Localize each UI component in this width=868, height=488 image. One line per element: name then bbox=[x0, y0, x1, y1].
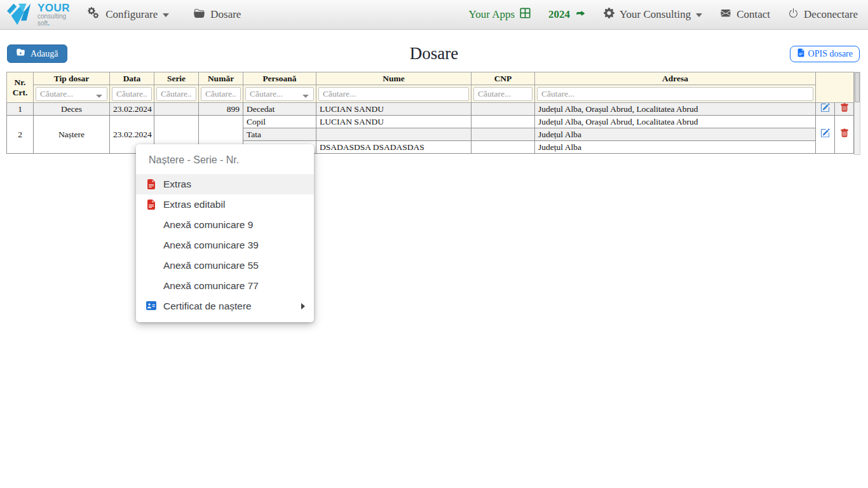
nav-item-year[interactable]: 2024 bbox=[548, 8, 586, 22]
menu-item-label: Certificat de naștere bbox=[163, 301, 252, 312]
cell-adresa: Județul Alba, Orașul Abrud, Localitatea … bbox=[535, 116, 816, 128]
search-numar-input[interactable] bbox=[201, 87, 241, 101]
cell-cnp bbox=[471, 128, 535, 141]
menu-item-extras-editabil[interactable]: Extras editabil bbox=[136, 194, 314, 215]
menu-item-label: Extras bbox=[163, 179, 191, 190]
chevron-down-icon bbox=[696, 13, 702, 17]
cell-data: 23.02.2024 bbox=[110, 103, 154, 116]
cell-cnp bbox=[471, 141, 535, 154]
col-header-cnp: CNP bbox=[471, 72, 535, 85]
cell-tip-dosar: Deces bbox=[34, 103, 110, 116]
col-header-persoana: Persoană bbox=[243, 72, 316, 85]
trash-icon bbox=[840, 105, 849, 114]
menu-item-certificat-de-nastere[interactable]: Certificat de naștere bbox=[136, 296, 314, 316]
col-header-tip-dosar: Tip dosar bbox=[34, 72, 110, 85]
cell-nume: DSADASDSA DSADASDAS bbox=[316, 141, 471, 154]
add-button-label: Adaugă bbox=[31, 49, 58, 59]
context-menu-title: Naștere - Serie - Nr. bbox=[136, 144, 314, 174]
col-header-adresa: Adresa bbox=[535, 72, 816, 85]
power-icon bbox=[788, 8, 799, 22]
nav-item-configurare-label: Configurare bbox=[105, 8, 158, 21]
brand-line3: soft bbox=[37, 20, 48, 27]
edit-row-button[interactable] bbox=[816, 116, 835, 154]
pdf-file-icon bbox=[146, 200, 156, 210]
opis-dosare-button[interactable]: OPIS dosare bbox=[790, 46, 860, 62]
col-header-numar: Număr bbox=[199, 72, 243, 85]
search-tip-dosar-combo[interactable] bbox=[36, 87, 107, 101]
menu-item-label: Anexă comunicare 55 bbox=[163, 260, 259, 271]
col-header-nume: Nume bbox=[316, 72, 471, 85]
menu-item-anexa-comunicare-9[interactable]: Anexă comunicare 9 bbox=[136, 215, 314, 235]
file-text-icon bbox=[797, 48, 805, 60]
nav-item-your-apps[interactable]: Your Apps bbox=[469, 8, 531, 22]
search-serie-input[interactable] bbox=[156, 87, 196, 101]
nav-item-year-label: 2024 bbox=[548, 8, 570, 21]
nav-item-contact-label: Contact bbox=[736, 8, 770, 21]
cell-serie bbox=[154, 103, 199, 116]
table-search-row bbox=[7, 85, 854, 103]
search-cnp-input[interactable] bbox=[473, 87, 532, 101]
menu-item-label: Anexă comunicare 9 bbox=[163, 219, 253, 231]
search-adresa-input[interactable] bbox=[537, 87, 813, 101]
cell-adresa: Județul Alba, Orașul Abrud, Localitatea … bbox=[535, 103, 816, 116]
table-row[interactable]: 1 Deces 23.02.2024 899 Decedat LUCIAN SA… bbox=[7, 103, 854, 116]
delete-row-button[interactable] bbox=[835, 103, 854, 116]
search-persoana-combo[interactable] bbox=[245, 87, 314, 101]
menu-item-anexa-comunicare-55[interactable]: Anexă comunicare 55 bbox=[136, 255, 314, 276]
apps-grid-icon bbox=[520, 8, 531, 22]
delete-row-button[interactable] bbox=[835, 116, 854, 154]
nav-item-dosare-label: Dosare bbox=[210, 8, 241, 21]
submenu-arrow-icon bbox=[301, 303, 305, 309]
cell-persoana: Decedat bbox=[243, 103, 316, 116]
search-data-input[interactable] bbox=[112, 87, 152, 101]
search-nume-input[interactable] bbox=[318, 87, 469, 101]
col-header-data: Data bbox=[110, 72, 154, 85]
pdf-file-icon bbox=[146, 179, 156, 189]
envelope-icon bbox=[720, 8, 731, 21]
table-header-row: Nr. Crt. Tip dosar Data Serie Număr Pers… bbox=[7, 72, 854, 85]
cell-persoana: Tata bbox=[243, 128, 316, 141]
nav-item-contact[interactable]: Contact bbox=[720, 8, 770, 21]
brand-logo-icon bbox=[6, 0, 36, 29]
nav-item-deconectare-label: Deconectare bbox=[804, 8, 858, 21]
brand-logo[interactable]: YOUR consulting soft. bbox=[6, 0, 70, 29]
dosare-table: Nr. Crt. Tip dosar Data Serie Număr Pers… bbox=[6, 72, 854, 154]
chevron-down-icon bbox=[163, 13, 169, 17]
menu-item-anexa-comunicare-39[interactable]: Anexă comunicare 39 bbox=[136, 235, 314, 255]
table-scrollbar-thumb[interactable] bbox=[855, 72, 860, 102]
table-row[interactable]: 2 Naștere 23.02.2024 Copil LUCIAN SANDU … bbox=[7, 116, 854, 128]
nav-item-your-consulting[interactable]: Your Consulting bbox=[604, 8, 702, 22]
cell-nume bbox=[316, 128, 471, 141]
top-navbar: YOUR consulting soft. Configurare Dosare bbox=[0, 0, 868, 30]
id-card-icon bbox=[146, 301, 156, 311]
col-header-nr-crt: Nr. Crt. bbox=[7, 72, 34, 103]
edit-row-button[interactable] bbox=[816, 103, 835, 116]
nav-item-your-apps-label: Your Apps bbox=[469, 8, 515, 21]
cell-persoana: Copil bbox=[243, 116, 316, 128]
add-button[interactable]: Adaugă bbox=[7, 44, 67, 63]
open-folder-icon bbox=[193, 8, 205, 22]
gears-icon bbox=[88, 7, 100, 23]
cell-numar: 899 bbox=[199, 103, 243, 116]
cell-nr: 1 bbox=[7, 103, 34, 116]
nav-item-dosare[interactable]: Dosare bbox=[193, 8, 241, 22]
brand-text: YOUR consulting soft. bbox=[37, 3, 70, 27]
cell-adresa: Județul Alba bbox=[535, 141, 816, 154]
cell-tip-dosar: Naștere bbox=[34, 116, 110, 154]
opis-dosare-button-label: OPIS dosare bbox=[808, 49, 853, 59]
cell-adresa: Județul Alba bbox=[535, 128, 816, 141]
edit-pencil-icon bbox=[820, 105, 830, 114]
cell-nr: 2 bbox=[7, 116, 34, 154]
page-title: Dosare bbox=[0, 44, 868, 64]
nav-item-configurare[interactable]: Configurare bbox=[88, 7, 169, 23]
nav-item-deconectare[interactable]: Deconectare bbox=[788, 8, 858, 22]
menu-item-extras[interactable]: Extras bbox=[136, 174, 314, 194]
cell-nume: LUCIAN SANDU bbox=[316, 116, 471, 128]
menu-item-anexa-comunicare-77[interactable]: Anexă comunicare 77 bbox=[136, 276, 314, 296]
col-header-serie: Serie bbox=[154, 72, 199, 85]
menu-item-label: Extras editabil bbox=[163, 199, 225, 210]
table-scrollbar[interactable] bbox=[854, 72, 860, 155]
menu-item-label: Anexă comunicare 77 bbox=[163, 280, 259, 292]
folder-plus-icon bbox=[16, 48, 25, 59]
nav-item-your-consulting-label: Your Consulting bbox=[620, 8, 691, 21]
